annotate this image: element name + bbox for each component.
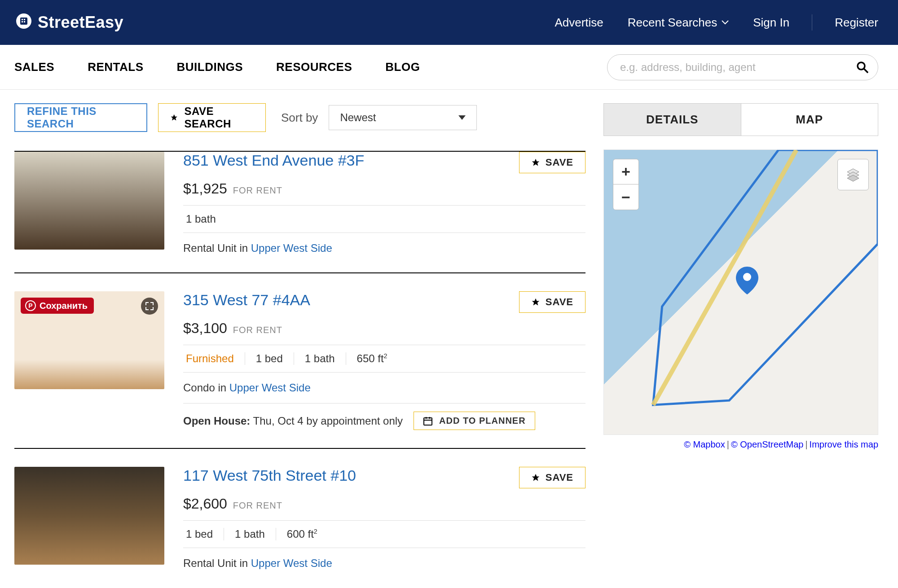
star-icon [531, 158, 540, 167]
listing-thumb[interactable]: P Сохранить [14, 291, 164, 389]
listing-title[interactable]: 851 West End Avenue #3F [183, 152, 364, 169]
content: REFINE THIS SEARCH SAVE SEARCH Sort by N… [0, 90, 898, 588]
logo-icon [14, 13, 33, 32]
spec-item: 1 bath [183, 213, 227, 225]
zoom-control: + − [613, 159, 639, 210]
planner-label: ADD TO PLANNER [439, 416, 526, 426]
save-label: SAVE [546, 296, 573, 308]
save-label: SAVE [546, 157, 573, 168]
svg-line-7 [864, 69, 868, 73]
spec-furnished: Furnished [183, 352, 245, 365]
divider [812, 14, 812, 31]
zoom-out-button[interactable]: − [613, 184, 638, 210]
save-listing-button[interactable]: SAVE [519, 467, 585, 488]
map[interactable]: + − [603, 149, 878, 435]
nav-rentals[interactable]: RENTALS [88, 60, 143, 74]
spec-item: 1 bed [245, 352, 294, 365]
listing-thumb[interactable] [14, 152, 164, 250]
save-search-button[interactable]: SAVE SEARCH [158, 103, 266, 132]
tab-details[interactable]: DETAILS [604, 104, 741, 136]
card-divider [14, 448, 585, 449]
search-icon[interactable] [856, 61, 869, 74]
add-to-planner-button[interactable]: ADD TO PLANNER [414, 412, 535, 430]
recent-searches-link[interactable]: Recent Searches [628, 16, 729, 30]
card-divider [14, 272, 585, 273]
refine-search-button[interactable]: REFINE THIS SEARCH [14, 103, 147, 132]
nav-blog[interactable]: BLOG [385, 60, 420, 74]
nav-buildings[interactable]: BUILDINGS [177, 60, 243, 74]
credit-improve[interactable]: Improve this map [810, 439, 878, 449]
sort-label: Sort by [281, 111, 318, 125]
map-pin-icon[interactable] [736, 267, 758, 294]
save-listing-button[interactable]: SAVE [519, 152, 585, 173]
zoom-in-button[interactable]: + [613, 159, 638, 184]
svg-rect-5 [24, 21, 25, 22]
save-label: SAVE [546, 472, 573, 483]
listing-title[interactable]: 117 West 75th Street #10 [183, 467, 356, 484]
listing-title[interactable]: 315 West 77 #4AA [183, 291, 310, 309]
results-toolbar: REFINE THIS SEARCH SAVE SEARCH Sort by N… [14, 103, 585, 132]
neighborhood-link[interactable]: Upper West Side [251, 242, 332, 254]
nav-resources[interactable]: RESOURCES [276, 60, 352, 74]
layers-icon [845, 167, 861, 182]
star-icon [170, 113, 178, 122]
sort-select[interactable]: Newest [329, 105, 477, 130]
listing-specs: 1 bath [183, 205, 585, 233]
save-listing-button[interactable]: SAVE [519, 291, 585, 313]
register-link[interactable]: Register [835, 16, 878, 30]
listing-location: Rental Unit in Upper West Side [183, 557, 585, 570]
svg-rect-3 [24, 19, 25, 20]
openhouse-row: Open House: Thu, Oct 4 by appointment on… [183, 403, 585, 430]
signin-link[interactable]: Sign In [753, 16, 789, 30]
caret-down-icon [458, 115, 466, 120]
spec-item: 600 ft2 [276, 528, 328, 540]
advertise-link[interactable]: Advertise [555, 16, 603, 30]
listing-specs: Furnished 1 bed 1 bath 650 ft2 [183, 345, 585, 373]
top-nav: Advertise Recent Searches Sign In Regist… [555, 14, 878, 31]
openhouse-text: Thu, Oct 4 by appointment only [253, 415, 403, 427]
map-credits: © Mapbox|© OpenStreetMap|Improve this ma… [603, 439, 878, 450]
for-rent-label: FOR RENT [233, 185, 282, 195]
listing-card: 117 West 75th Street #10 SAVE $2,600 FOR… [14, 467, 585, 588]
listing-location: Condo in Upper West Side [183, 382, 585, 394]
save-search-label: SAVE SEARCH [184, 105, 254, 130]
layers-button[interactable] [837, 159, 869, 190]
recent-searches-label: Recent Searches [628, 16, 717, 30]
logo-text: StreetEasy [38, 13, 123, 32]
svg-line-13 [653, 150, 797, 405]
listing-card: P Сохранить 315 West 77 #4AA SAVE $3,100… [14, 291, 585, 448]
pinterest-save-button[interactable]: P Сохранить [21, 298, 94, 314]
search-input[interactable] [620, 61, 856, 74]
listing-thumb[interactable] [14, 467, 164, 565]
svg-rect-4 [22, 21, 23, 22]
neighborhood-link[interactable]: Upper West Side [229, 382, 311, 394]
chevron-down-icon [722, 20, 729, 25]
listing-card: 851 West End Avenue #3F SAVE $1,925 FOR … [14, 151, 585, 272]
side-column: DETAILS MAP + − [603, 103, 878, 450]
spec-item: 1 bath [294, 352, 346, 365]
nav-sales[interactable]: SALES [14, 60, 54, 74]
spec-item: 650 ft2 [346, 352, 398, 365]
sort-value: Newest [340, 111, 376, 124]
svg-rect-2 [22, 19, 23, 20]
expand-button[interactable] [141, 298, 158, 315]
spec-item: 1 bed [183, 528, 224, 540]
neighborhood-link[interactable]: Upper West Side [251, 557, 332, 569]
results-column: REFINE THIS SEARCH SAVE SEARCH Sort by N… [14, 103, 585, 588]
for-rent-label: FOR RENT [233, 325, 282, 335]
svg-point-6 [858, 62, 865, 70]
for-rent-label: FOR RENT [233, 500, 282, 510]
credit-mapbox[interactable]: © Mapbox [684, 439, 725, 449]
expand-icon [145, 302, 154, 311]
star-icon [531, 473, 540, 482]
svg-rect-8 [424, 418, 432, 425]
credit-osm[interactable]: © OpenStreetMap [731, 439, 803, 449]
side-tabs: DETAILS MAP [603, 103, 878, 136]
tab-map[interactable]: MAP [741, 104, 878, 136]
listing-location: Rental Unit in Upper West Side [183, 242, 585, 255]
listing-price: $2,600 FOR RENT [183, 496, 585, 512]
topbar: StreetEasy Advertise Recent Searches Sig… [0, 0, 898, 45]
openhouse-label: Open House: [183, 415, 250, 427]
logo[interactable]: StreetEasy [14, 13, 123, 32]
navbar: SALES RENTALS BUILDINGS RESOURCES BLOG [0, 45, 898, 90]
